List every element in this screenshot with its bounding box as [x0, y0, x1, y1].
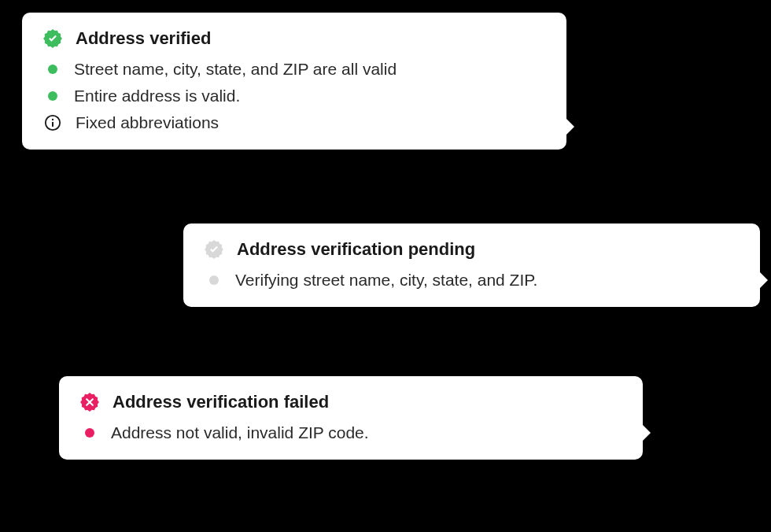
status-text: Street name, city, state, and ZIP are al… — [74, 60, 397, 79]
info-icon — [44, 114, 61, 131]
verified-badge-icon — [42, 28, 63, 49]
card-header: Address verified — [42, 28, 546, 49]
status-row: Entire address is valid. — [42, 87, 546, 105]
verification-card-verified: Address verified Street name, city, stat… — [22, 13, 566, 150]
card-title: Address verified — [76, 28, 211, 49]
svg-point-1 — [52, 119, 53, 120]
card-header: Address verification failed — [79, 392, 622, 412]
status-text: Address not valid, invalid ZIP code. — [111, 423, 369, 442]
status-text: Entire address is valid. — [74, 87, 240, 105]
status-text: Verifying street name, city, state, and … — [235, 271, 537, 290]
card-header: Address verification pending — [204, 239, 740, 260]
failed-badge-icon — [79, 392, 100, 412]
status-row: Verifying street name, city, state, and … — [204, 271, 740, 290]
card-title: Address verification pending — [237, 239, 475, 260]
status-row: Address not valid, invalid ZIP code. — [79, 423, 622, 442]
card-title: Address verification failed — [113, 392, 329, 412]
svg-rect-2 — [52, 122, 53, 127]
status-dot-icon — [48, 91, 57, 101]
status-text: Fixed abbreviations — [76, 113, 219, 132]
status-dot-icon — [209, 275, 219, 285]
status-row: Street name, city, state, and ZIP are al… — [42, 60, 546, 79]
verification-card-failed: Address verification failed Address not … — [59, 376, 643, 460]
status-row: Fixed abbreviations — [42, 113, 546, 132]
status-dot-icon — [48, 65, 57, 74]
status-dot-icon — [85, 428, 94, 438]
verification-card-pending: Address verification pending Verifying s… — [183, 224, 760, 307]
pending-badge-icon — [204, 239, 224, 260]
